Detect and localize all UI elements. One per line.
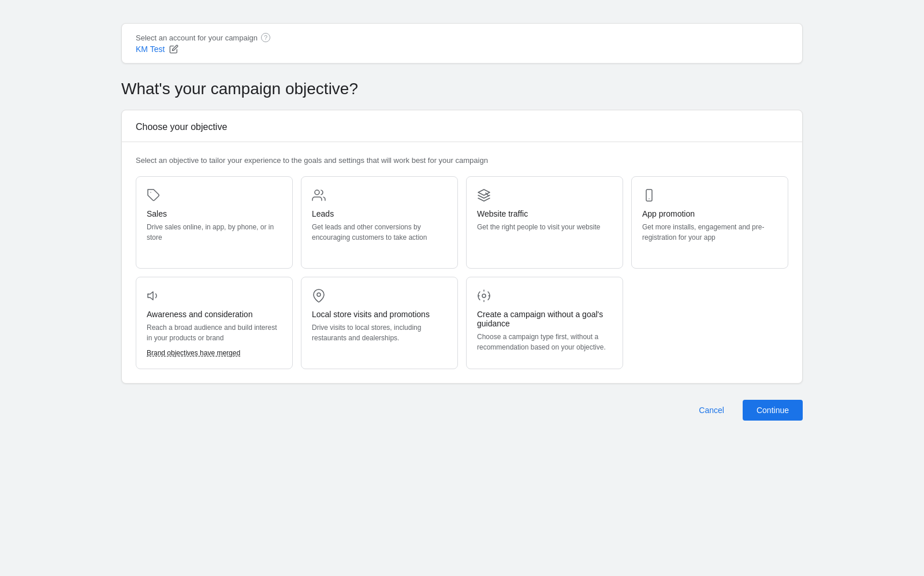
local-store-title: Local store visits and promotions [312,310,430,319]
leads-title: Leads [312,209,334,218]
page-title: What's your campaign objective? [121,80,803,98]
awareness-icon [147,289,161,303]
awareness-title: Awareness and consideration [147,310,252,319]
local-store-desc: Drive visits to local stores, including … [312,322,447,343]
card-header-title: Choose your objective [136,122,788,132]
card-header: Choose your objective [122,110,802,142]
website-traffic-desc: Get the right people to visit your websi… [477,222,600,232]
awareness-link[interactable]: Brand objectives have merged [147,349,240,357]
card-subtitle: Select an objective to tailor your exper… [136,156,788,165]
account-name-row: KM Test [136,44,788,54]
objective-card: Choose your objective Select an objectiv… [121,110,803,384]
sales-desc: Drive sales online, in app, by phone, or… [147,222,282,243]
svg-point-8 [482,294,486,298]
app-promotion-desc: Get more installs, engagement and pre-re… [642,222,777,243]
awareness-desc: Reach a broad audience and build interes… [147,322,282,343]
no-goal-icon [477,289,491,303]
svg-rect-3 [646,189,652,201]
cancel-button[interactable]: Cancel [687,400,736,421]
objective-tile-website-traffic[interactable]: Website traffic Get the right people to … [466,176,623,269]
objective-tile-awareness[interactable]: Awareness and consideration Reach a broa… [136,277,293,369]
objective-tile-local-store[interactable]: Local store visits and promotions Drive … [301,277,458,369]
leads-desc: Get leads and other conversions by encou… [312,222,447,243]
help-icon[interactable]: ? [261,33,270,42]
card-body: Select an objective to tailor your exper… [122,142,802,383]
objectives-row-1: Sales Drive sales online, in app, by pho… [136,176,788,269]
continue-button[interactable]: Continue [743,400,803,421]
account-bar-label-text: Select an account for your campaign [136,34,258,42]
app-promotion-title: App promotion [642,209,695,218]
account-bar: Select an account for your campaign ? KM… [121,23,803,64]
objective-tile-sales[interactable]: Sales Drive sales online, in app, by pho… [136,176,293,269]
sales-icon [147,188,161,202]
leads-icon [312,188,326,202]
footer-row: Cancel Continue [121,400,803,421]
no-goal-desc: Choose a campaign type first, without a … [477,332,612,352]
sales-title: Sales [147,209,167,218]
website-traffic-title: Website traffic [477,209,528,218]
app-promotion-icon [642,188,656,202]
account-name: KM Test [136,44,165,54]
svg-point-7 [317,293,321,296]
svg-point-1 [315,190,319,195]
no-goal-title: Create a campaign without a goal's guida… [477,310,612,328]
empty-cell [631,277,788,369]
edit-icon[interactable] [169,44,178,54]
objectives-row-2: Awareness and consideration Reach a broa… [136,277,788,369]
account-bar-label: Select an account for your campaign ? [136,33,788,42]
objective-tile-app-promotion[interactable]: App promotion Get more installs, engagem… [631,176,788,269]
local-store-icon [312,289,326,303]
objective-tile-no-goal[interactable]: Create a campaign without a goal's guida… [466,277,623,369]
website-traffic-icon [477,188,491,202]
objective-tile-leads[interactable]: Leads Get leads and other conversions by… [301,176,458,269]
svg-marker-5 [148,292,153,300]
